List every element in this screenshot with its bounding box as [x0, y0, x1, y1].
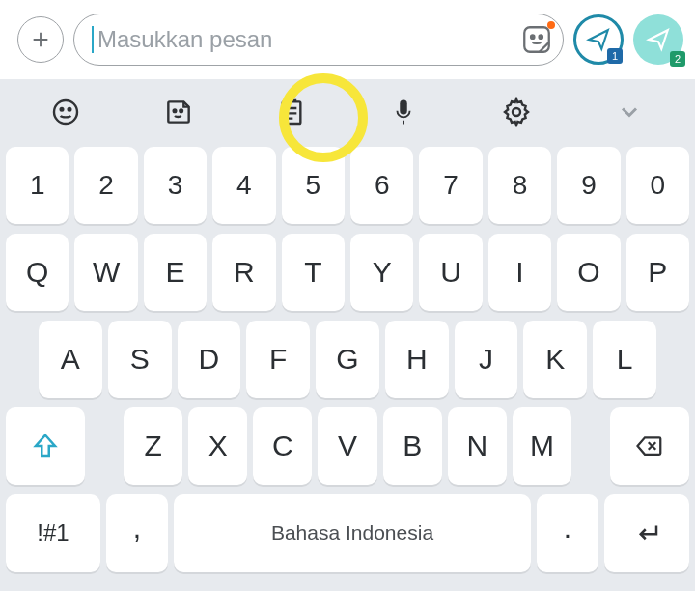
sticker-icon[interactable]	[520, 23, 553, 56]
key-k[interactable]: K	[523, 321, 587, 398]
compose-bar: Masukkan pesan 1 2	[0, 0, 695, 79]
key-8[interactable]: 8	[488, 147, 551, 224]
key-6[interactable]: 6	[350, 147, 413, 224]
key-p[interactable]: P	[626, 234, 689, 311]
key-j[interactable]: J	[455, 321, 518, 398]
svg-point-4	[61, 108, 64, 111]
key-a[interactable]: A	[39, 321, 102, 398]
key-i[interactable]: I	[488, 234, 551, 311]
soft-keyboard: 1 2 3 4 5 6 7 8 9 0 Q W E R T Y U I O P …	[0, 147, 695, 591]
key-e[interactable]: E	[144, 234, 207, 311]
key-7[interactable]: 7	[419, 147, 482, 224]
svg-point-5	[69, 108, 71, 111]
key-3[interactable]: 3	[144, 147, 207, 224]
key-5[interactable]: 5	[282, 147, 345, 224]
spacer	[577, 407, 604, 485]
key-l[interactable]: L	[593, 321, 656, 398]
svg-point-7	[180, 109, 182, 112]
key-z[interactable]: Z	[124, 407, 182, 485]
key-9[interactable]: 9	[557, 147, 620, 224]
svg-point-1	[531, 35, 534, 38]
key-m[interactable]: M	[513, 407, 571, 485]
comma-key[interactable]: ,	[106, 494, 168, 572]
add-button[interactable]	[17, 16, 64, 63]
key-r[interactable]: R	[212, 234, 275, 311]
enter-key[interactable]	[604, 494, 689, 572]
clipboard-icon[interactable]	[272, 93, 311, 131]
send-button-1[interactable]: 1	[573, 14, 624, 65]
spacer	[91, 407, 118, 485]
shift-key[interactable]	[6, 407, 85, 485]
row-numbers: 1 2 3 4 5 6 7 8 9 0	[6, 147, 689, 224]
symbols-key[interactable]: !#1	[6, 494, 100, 572]
key-h[interactable]: H	[385, 321, 449, 398]
send-badge-1: 1	[607, 48, 623, 64]
svg-rect-0	[524, 27, 549, 52]
key-n[interactable]: N	[448, 407, 507, 485]
key-2[interactable]: 2	[74, 147, 137, 224]
key-c[interactable]: C	[253, 407, 312, 485]
message-input[interactable]: Masukkan pesan	[73, 14, 564, 66]
key-q[interactable]: Q	[6, 234, 69, 311]
send-badge-2: 2	[670, 51, 685, 67]
key-0[interactable]: 0	[626, 147, 689, 224]
text-cursor	[92, 26, 94, 53]
backspace-key[interactable]	[610, 407, 689, 485]
key-g[interactable]: G	[316, 321, 379, 398]
key-v[interactable]: V	[318, 407, 376, 485]
key-s[interactable]: S	[108, 321, 172, 398]
message-placeholder: Masukkan pesan	[97, 26, 520, 53]
emoji-icon[interactable]	[46, 93, 85, 131]
key-f[interactable]: F	[246, 321, 310, 398]
svg-point-3	[54, 100, 77, 124]
keyboard-toolbar	[0, 79, 695, 147]
period-key[interactable]: .	[537, 494, 598, 572]
key-x[interactable]: X	[188, 407, 247, 485]
row-asdf: A S D F G H J K L	[6, 321, 689, 398]
row-qwerty: Q W E R T Y U I O P	[6, 234, 689, 311]
key-d[interactable]: D	[178, 321, 241, 398]
key-b[interactable]: B	[383, 407, 442, 485]
row-bottom: !#1 , Bahasa Indonesia .	[6, 494, 689, 572]
key-t[interactable]: T	[282, 234, 345, 311]
mic-icon[interactable]	[384, 93, 423, 131]
key-o[interactable]: O	[557, 234, 620, 311]
key-y[interactable]: Y	[350, 234, 413, 311]
gear-icon[interactable]	[497, 93, 536, 131]
key-1[interactable]: 1	[6, 147, 69, 224]
chevron-down-icon[interactable]	[610, 93, 649, 131]
row-zxcv: Z X C V B N M	[6, 407, 689, 485]
sticker-tab-icon[interactable]	[159, 93, 198, 131]
key-u[interactable]: U	[419, 234, 482, 311]
space-key[interactable]: Bahasa Indonesia	[174, 494, 531, 572]
key-4[interactable]: 4	[212, 147, 275, 224]
svg-point-9	[513, 108, 520, 116]
svg-point-6	[174, 109, 177, 112]
send-button-2[interactable]: 2	[633, 14, 683, 65]
svg-point-2	[540, 35, 542, 38]
key-w[interactable]: W	[74, 234, 137, 311]
notification-dot	[547, 21, 555, 29]
